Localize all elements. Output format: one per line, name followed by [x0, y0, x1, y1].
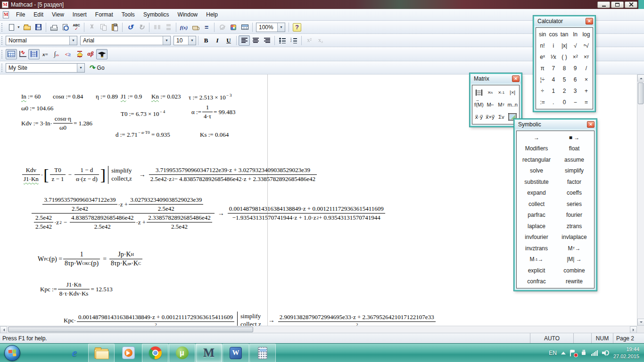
font-size-combo[interactable]: 10: [173, 36, 196, 45]
toolbar-grip[interactable]: [1, 23, 4, 32]
calc-key[interactable]: ln: [570, 29, 581, 40]
expr-kn-definition[interactable]: Kn := 0.023: [151, 93, 181, 100]
symbolic-key[interactable]: coeffs: [555, 188, 593, 199]
calc-key[interactable]: 4: [548, 74, 559, 85]
help-button[interactable]: ?: [291, 22, 303, 33]
calc-key[interactable]: ¦÷: [537, 74, 548, 85]
calc-key[interactable]: ×²: [570, 51, 581, 63]
underline-button[interactable]: U: [223, 35, 234, 46]
menu-insert[interactable]: Insert: [68, 10, 91, 19]
calc-key[interactable]: 5: [559, 74, 570, 85]
matrix-palette-button[interactable]: [28, 49, 40, 59]
matrix-key[interactable]: x⃗×y⃗: [485, 111, 496, 123]
maximize-button[interactable]: [611, 1, 624, 8]
scroll-down-arrow[interactable]: [637, 319, 644, 326]
calculus-palette-button[interactable]: [51, 49, 62, 59]
volume-icon[interactable]: [602, 350, 609, 356]
expr-wpc-formula[interactable]: WРС(p) = 18τp·WОКС(p) = Jp·KН8τp·Kдв·KС: [38, 251, 143, 267]
taskbar-media-player[interactable]: [115, 344, 141, 362]
menu-window[interactable]: Window: [173, 10, 202, 19]
programming-palette-button[interactable]: [74, 49, 85, 59]
calc-key[interactable]: 8: [559, 63, 570, 74]
calc-key[interactable]: π: [537, 63, 548, 74]
calc-key[interactable]: 2: [559, 85, 570, 97]
align-center-button[interactable]: [250, 35, 261, 46]
symbolic-key[interactable]: →: [518, 132, 555, 143]
taskbar-word[interactable]: [223, 344, 249, 362]
clock[interactable]: 19:44 27.02.2015: [613, 346, 639, 360]
symbolic-key[interactable]: simplify: [555, 165, 593, 177]
calc-key[interactable]: =: [581, 97, 592, 108]
toolbar-grip[interactable]: [1, 36, 4, 45]
calc-key[interactable]: ( ): [559, 51, 570, 63]
calc-key[interactable]: |x|: [559, 40, 570, 51]
font-dropdown-arrow[interactable]: [163, 36, 170, 45]
expr-eta-definition[interactable]: η := 0.89: [96, 93, 118, 100]
evaluation-palette-button[interactable]: x=: [40, 49, 51, 59]
evaluate-button[interactable]: =: [201, 22, 212, 33]
calc-key[interactable]: .: [548, 97, 559, 108]
symbolic-key[interactable]: ■ →: [555, 132, 593, 143]
symbolic-key[interactable]: confrac: [518, 276, 555, 288]
boolean-palette-button[interactable]: [62, 49, 74, 59]
symbolic-key[interactable]: rectangular: [518, 154, 555, 165]
bold-button[interactable]: B: [200, 35, 212, 46]
calc-key[interactable]: log: [581, 29, 592, 40]
close-icon[interactable]: [586, 18, 593, 25]
resources-combo[interactable]: My Site: [6, 63, 85, 73]
symbolic-key[interactable]: combine: [555, 265, 593, 276]
calc-key[interactable]: 9: [570, 63, 581, 74]
expr-j1-definition[interactable]: J1 := 0.9: [121, 93, 142, 100]
horizontal-scrollbar[interactable]: [0, 326, 637, 333]
close-icon[interactable]: [512, 75, 520, 82]
close-icon[interactable]: [587, 121, 594, 128]
symbolic-palette-titlebar[interactable]: Symbolic: [515, 120, 596, 129]
menu-view[interactable]: View: [48, 10, 68, 19]
calc-key[interactable]: ×ʸ: [581, 51, 592, 63]
menu-edit[interactable]: Edit: [29, 10, 48, 19]
matrix-key[interactable]: |×|: [507, 86, 518, 99]
spell-check-button[interactable]: [71, 22, 82, 33]
resources-dropdown-arrow[interactable]: [77, 64, 84, 72]
vertical-scrollbar[interactable]: [637, 74, 644, 326]
calc-key[interactable]: 0: [559, 97, 570, 108]
document-icon[interactable]: [3, 11, 9, 18]
show-hidden-icons[interactable]: [561, 349, 566, 354]
symbolic-key[interactable]: substitute: [518, 176, 555, 188]
align-right-button[interactable]: [261, 35, 272, 46]
expr-t0-definition[interactable]: T0 := 6.73 × 10− 4: [121, 109, 165, 118]
calc-key[interactable]: :=: [537, 97, 548, 108]
calculator-palette-button[interactable]: [6, 49, 17, 59]
matrix-key[interactable]: MT: [496, 99, 507, 111]
symbolic-key[interactable]: explicit: [518, 265, 555, 276]
horizontal-scroll-thumb[interactable]: [8, 327, 253, 332]
scroll-up-arrow[interactable]: [637, 74, 644, 82]
calc-key[interactable]: 1: [548, 85, 559, 97]
scroll-left-arrow[interactable]: [0, 326, 7, 333]
symbolic-key[interactable]: invfourier: [518, 232, 555, 243]
symbolic-key[interactable]: rewrite: [555, 276, 593, 288]
symbolic-key[interactable]: fourier: [555, 210, 593, 221]
expr-normalized-fraction[interactable]: 3.7199535790960347122e392.5e42 ·z + 3.02…: [31, 196, 386, 230]
calc-key[interactable]: ⁿ√: [581, 40, 592, 51]
print-preview-button[interactable]: [59, 22, 71, 33]
expr-ks-definition[interactable]: Ks := 0.064: [200, 131, 229, 139]
calc-key[interactable]: sin: [537, 29, 548, 40]
matrix-key[interactable]: Σv: [496, 111, 507, 123]
taskbar-chrome[interactable]: [142, 344, 168, 362]
print-button[interactable]: [48, 22, 59, 33]
matrix-key[interactable]: [473, 86, 485, 99]
matrix-key[interactable]: f(M): [473, 99, 485, 111]
calc-key[interactable]: 7: [548, 63, 559, 74]
symbolic-key[interactable]: Modifiers: [518, 143, 555, 155]
calc-key[interactable]: 3: [570, 85, 581, 97]
symbolic-key[interactable]: invztrans: [518, 243, 555, 254]
graph-palette-button[interactable]: [17, 49, 28, 59]
new-dropdown-arrow[interactable]: [17, 25, 21, 29]
symbolic-key[interactable]: invlaplace: [555, 232, 593, 243]
matrix-key[interactable]: ×n: [485, 86, 496, 99]
numbered-list-button[interactable]: [288, 35, 299, 46]
undo-button[interactable]: [124, 22, 136, 33]
insert-function-button[interactable]: f(x): [178, 22, 190, 33]
symbolic-key[interactable]: series: [555, 198, 593, 210]
